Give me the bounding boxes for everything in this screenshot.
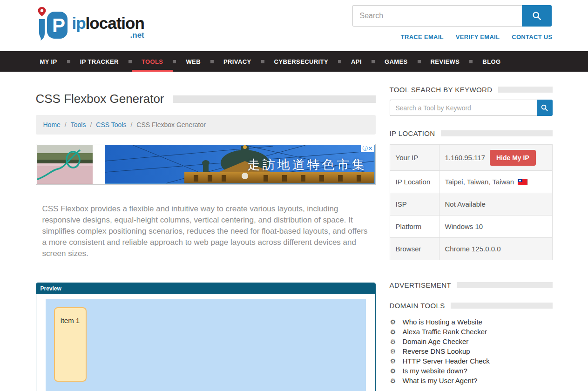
gear-icon: ⚙	[390, 338, 397, 345]
domain-tool-link-website-down[interactable]: Is my website down?	[403, 367, 467, 375]
svg-text:P: P	[52, 14, 65, 36]
domain-tool-link-hosting[interactable]: Who is Hosting a Website	[403, 318, 482, 326]
breadcrumb: Home / Tools / CSS Tools / CSS Flexbox G…	[36, 115, 376, 135]
browser-value: Chrome 125.0.0.0	[439, 238, 552, 260]
ad-headline: 走訪地道特色市集	[248, 156, 367, 173]
heading-decorative-bar	[441, 130, 553, 136]
logo-mark-icon: P	[36, 5, 69, 41]
list-item: ⚙ What is my User Agent?	[390, 376, 553, 385]
logo-text-net: .net	[72, 31, 144, 39]
verify-email-link[interactable]: VERIFY EMAIL	[456, 34, 500, 40]
sidebar: TOOL SEARCH BY KEYWORD IP LOCATION Your …	[390, 86, 553, 391]
list-item: ⚙ Who is Hosting a Website	[390, 317, 553, 327]
row-label: ISP	[390, 193, 439, 216]
contact-us-link[interactable]: CONTACT US	[512, 34, 552, 40]
tool-search-input[interactable]	[390, 100, 537, 116]
ip-address-value: 1.160.95.117	[445, 154, 485, 162]
row-label: Browser	[390, 238, 439, 260]
preview-panel: Preview Item 1	[36, 283, 376, 391]
main-content: CSS Flexbox Generator Home / Tools / CSS…	[36, 86, 376, 391]
tool-search-heading-label: TOOL SEARCH BY KEYWORD	[390, 86, 493, 93]
gear-icon: ⚙	[390, 377, 397, 384]
site-header: P iplocation .net TR	[0, 0, 588, 51]
main-nav: MY IP IP TRACKER TOOLS WEB PRIVACY CYBER…	[0, 51, 588, 72]
tool-search-button[interactable]	[537, 100, 553, 116]
nav-separator	[261, 60, 264, 63]
breadcrumb-tools[interactable]: Tools	[71, 121, 86, 128]
page-title: CSS Flexbox Generator	[36, 92, 164, 106]
row-value-cell: Taipei, Taiwan, Taiwan	[439, 171, 552, 193]
search-icon	[541, 104, 548, 112]
nav-item-web[interactable]: WEB	[176, 51, 210, 72]
domain-tools-list: ⚙ Who is Hosting a Website ⚙ Alexa Traff…	[390, 317, 553, 385]
flex-container-preview: Item 1	[46, 299, 366, 391]
flex-item-1[interactable]: Item 1	[54, 307, 87, 382]
ip-location-value: Taipei, Taiwan, Taiwan	[445, 178, 514, 186]
ad-main-image[interactable]: 走訪地道特色市集 ⓘ✕	[105, 145, 375, 184]
domain-tools-heading: DOMAIN TOOLS	[390, 302, 553, 309]
domain-tool-link-alexa-rank[interactable]: Alexa Traffic Rank Checker	[403, 328, 487, 336]
ip-location-heading: IP LOCATION	[390, 130, 553, 137]
ip-location-heading-label: IP LOCATION	[390, 130, 435, 137]
nav-item-reviews[interactable]: REVIEWS	[421, 51, 470, 72]
nav-item-my-ip[interactable]: MY IP	[36, 51, 67, 72]
list-item: ⚙ HTTP Server Header Check	[390, 356, 553, 366]
logo-text: iplocation .net	[72, 15, 144, 39]
nav-item-privacy[interactable]: PRIVACY	[214, 51, 261, 72]
table-row: ISP Not Available	[390, 193, 552, 216]
row-label: IP Location	[390, 171, 439, 193]
table-row: Browser Chrome 125.0.0.0	[390, 238, 552, 260]
table-row: Platform Windows 10	[390, 216, 552, 238]
hide-my-ip-button[interactable]: Hide My IP	[490, 150, 536, 166]
domain-tool-link-reverse-dns[interactable]: Reverse DNS Lookup	[403, 347, 470, 355]
preview-panel-title: Preview	[36, 283, 375, 294]
breadcrumb-separator: /	[65, 121, 67, 128]
ad-banner[interactable]: 走訪地道特色市集 ⓘ✕	[36, 144, 376, 185]
domain-tool-link-user-agent[interactable]: What is my User Agent?	[403, 377, 478, 384]
table-row: Your IP 1.160.95.117Hide My IP	[390, 145, 552, 171]
ad-close-icon[interactable]: ✕	[368, 145, 372, 152]
nav-separator	[128, 60, 132, 63]
ad-info-icon[interactable]: ⓘ	[362, 145, 368, 152]
advertisement-heading: ADVERTISEMENT	[390, 282, 553, 289]
nav-item-ip-tracker[interactable]: IP TRACKER	[70, 51, 128, 72]
ip-location-table: Your IP 1.160.95.117Hide My IP IP Locati…	[390, 144, 553, 260]
domain-tool-link-domain-age[interactable]: Domain Age Checker	[403, 337, 469, 345]
nav-item-api[interactable]: API	[341, 51, 372, 72]
nav-item-tools[interactable]: TOOLS	[132, 51, 173, 72]
gear-icon: ⚙	[390, 367, 397, 375]
domain-tools-heading-label: DOMAIN TOOLS	[390, 302, 445, 309]
list-item: ⚙ Is my website down?	[390, 366, 553, 376]
breadcrumb-home[interactable]: Home	[43, 121, 61, 128]
breadcrumb-separator: /	[90, 121, 92, 128]
nav-separator	[338, 60, 341, 63]
row-value-cell: 1.160.95.117Hide My IP	[439, 145, 552, 171]
gear-icon: ⚙	[390, 318, 397, 326]
gear-icon: ⚙	[390, 328, 397, 336]
logo[interactable]: P iplocation .net	[36, 5, 144, 41]
header-links: TRACE EMAIL VERIFY EMAIL CONTACT US	[352, 34, 553, 40]
logo-text-location: location	[86, 14, 144, 32]
nav-separator	[372, 60, 375, 63]
logo-text-ip: ip	[72, 14, 86, 32]
nav-separator	[173, 60, 176, 63]
trace-email-link[interactable]: TRACE EMAIL	[401, 34, 444, 40]
search-icon	[532, 11, 542, 21]
tool-search-heading: TOOL SEARCH BY KEYWORD	[390, 86, 553, 93]
nav-item-blog[interactable]: BLOG	[473, 51, 510, 72]
nav-separator	[210, 60, 214, 63]
breadcrumb-css-tools[interactable]: CSS Tools	[96, 121, 126, 128]
header-search-input[interactable]	[352, 5, 522, 27]
taiwan-flag-icon	[518, 179, 527, 185]
nav-item-cybersecurity[interactable]: CYBERSECURITY	[264, 51, 338, 72]
domain-tool-link-http-header[interactable]: HTTP Server Header Check	[403, 357, 490, 365]
header-search-button[interactable]	[522, 5, 552, 27]
platform-value: Windows 10	[439, 216, 552, 238]
nav-separator	[418, 60, 421, 63]
nav-item-games[interactable]: GAMES	[375, 51, 418, 72]
nav-separator	[469, 60, 473, 63]
heading-decorative-bar	[457, 282, 553, 288]
tool-description: CSS Flexbox provides a flexible and intu…	[36, 203, 376, 259]
ad-left-image[interactable]	[37, 145, 93, 186]
tool-search	[390, 100, 553, 116]
